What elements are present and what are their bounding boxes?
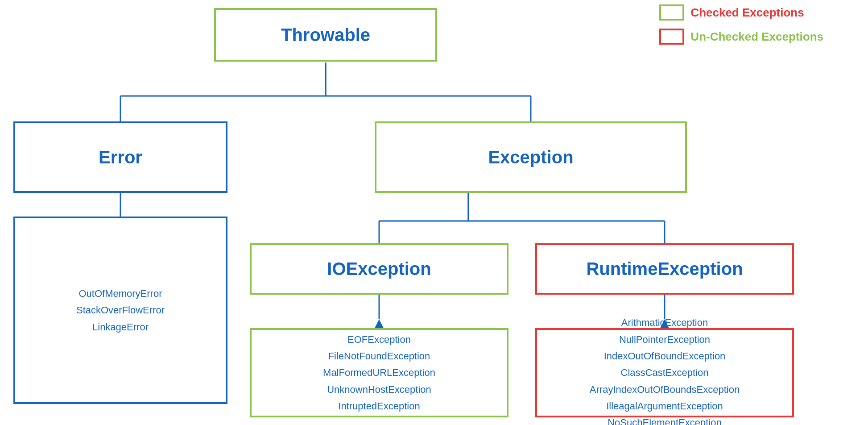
rt-child-5: ArrayIndexOutOfBoundsException — [590, 381, 740, 398]
node-runtime-children: ArithmaticException NullPointerException… — [535, 328, 794, 417]
node-ioexception-children: EOFException FileNotFoundException MalFo… — [250, 328, 508, 417]
runtimeexception-label: RuntimeException — [586, 259, 743, 279]
ioex-child-3: MalFormedURLException — [323, 364, 435, 381]
rt-child-6: IlleagalArgumentException — [590, 398, 740, 414]
legend-unchecked-box — [659, 29, 684, 45]
rt-child-2: NullPointerException — [590, 331, 740, 348]
throwable-label: Throwable — [281, 25, 370, 45]
error-child-2: StackOverFlowError — [76, 302, 165, 318]
legend-unchecked-item: Un-Checked Exceptions — [659, 29, 823, 45]
ioexception-label: IOException — [327, 259, 431, 279]
node-ioexception: IOException — [250, 243, 508, 295]
ioex-child-4: UnknownHostException — [323, 381, 435, 398]
legend-checked-box — [659, 4, 684, 21]
svg-marker-17 — [375, 319, 384, 328]
rt-child-7: NoSuchElementException — [590, 414, 740, 425]
error-child-3: LinkageError — [76, 319, 165, 335]
ioex-child-5: IntruptedException — [323, 398, 435, 414]
legend-checked-label: Checked Exceptions — [690, 6, 804, 20]
rt-child-4: ClassCastException — [590, 364, 740, 381]
legend: Checked Exceptions Un-Checked Exceptions — [659, 4, 823, 45]
error-children-list: OutOfMemoryError StackOverFlowError Link… — [76, 285, 165, 335]
runtime-children-list: ArithmaticException NullPointerException… — [590, 314, 740, 425]
legend-unchecked-label: Un-Checked Exceptions — [690, 30, 823, 44]
node-error-children: OutOfMemoryError StackOverFlowError Link… — [13, 217, 227, 404]
ioex-child-2: FileNotFoundException — [323, 348, 435, 364]
node-exception: Exception — [375, 121, 687, 193]
rt-child-3: IndexOutOfBoundException — [590, 348, 740, 364]
node-error: Error — [13, 121, 227, 193]
diagram-container: Checked Exceptions Un-Checked Exceptions… — [0, 0, 868, 425]
ioexception-children-list: EOFException FileNotFoundException MalFo… — [323, 331, 435, 415]
node-throwable: Throwable — [214, 8, 437, 62]
rt-child-1: ArithmaticException — [590, 314, 740, 331]
node-runtimeexception: RuntimeException — [535, 243, 794, 295]
exception-label: Exception — [488, 147, 573, 167]
ioex-child-1: EOFException — [323, 331, 435, 348]
error-child-1: OutOfMemoryError — [76, 285, 165, 302]
error-label: Error — [99, 147, 142, 167]
legend-checked-item: Checked Exceptions — [659, 4, 823, 21]
